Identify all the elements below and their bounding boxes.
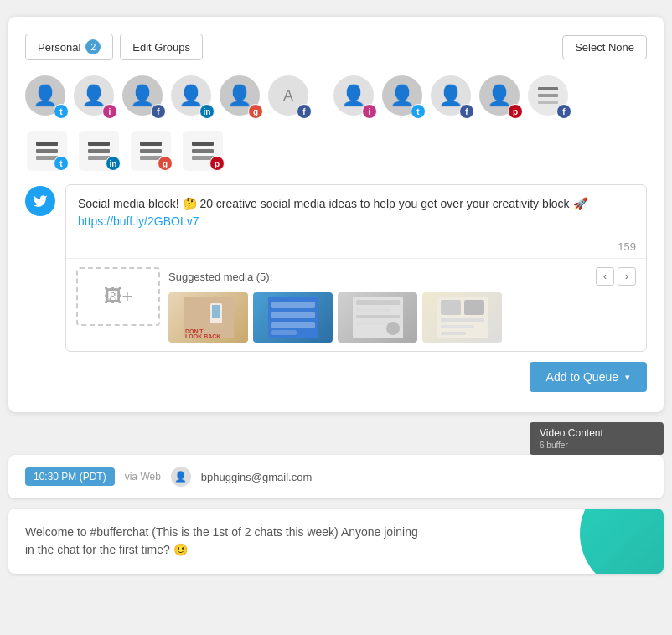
media-section: 🖼+ Suggested media (5): ‹ › xyxy=(66,258,646,351)
pinterest-badge-10: p xyxy=(508,104,523,119)
svg-rect-21 xyxy=(271,302,315,308)
media-upload-button[interactable]: 🖼+ xyxy=(76,267,160,326)
compose-text[interactable]: Social media block! 🤔 20 creative social… xyxy=(66,185,646,240)
avatar-row: 👤 t 👤 i 👤 f 👤 xyxy=(25,75,647,119)
linkedin-badge-stack-2: in xyxy=(106,156,121,171)
edit-groups-button[interactable]: Edit Groups xyxy=(120,34,203,60)
svg-rect-28 xyxy=(356,315,400,318)
media-thumb-4[interactable] xyxy=(422,292,502,343)
instagram-badge-2: i xyxy=(102,104,117,119)
dropdown-arrow-icon: ▾ xyxy=(625,372,630,383)
stack-3[interactable]: g xyxy=(129,131,173,171)
thumb-inner-4 xyxy=(422,292,502,343)
tooltip-wrap: Video Content 6 buffer xyxy=(8,422,664,455)
avatar-4[interactable]: 👤 in xyxy=(171,75,215,119)
svg-rect-1 xyxy=(538,94,558,97)
avatar-11[interactable]: f xyxy=(528,75,571,119)
compose-area: Social media block! 🤔 20 creative social… xyxy=(25,184,647,352)
person-icon-1: 👤 xyxy=(33,84,58,107)
layers-svg-4 xyxy=(192,142,214,160)
edit-groups-label: Edit Groups xyxy=(132,41,190,54)
svg-rect-22 xyxy=(271,312,315,318)
user-avatar: 👤 xyxy=(171,467,191,487)
svg-rect-23 xyxy=(271,322,315,328)
svg-rect-4 xyxy=(36,149,58,153)
stack-1[interactable]: t xyxy=(25,131,69,171)
next-arrow[interactable]: › xyxy=(618,267,636,286)
svg-rect-2 xyxy=(538,101,558,104)
svg-rect-35 xyxy=(441,325,474,328)
video-tooltip-sub: 6 buffer xyxy=(540,441,654,450)
svg-rect-24 xyxy=(271,330,297,335)
twitter-account-icon xyxy=(25,186,55,216)
user-email: bphuggins@gmail.com xyxy=(201,471,312,483)
svg-rect-29 xyxy=(356,322,385,325)
compose-card: Personal 2 Edit Groups Select None 👤 t xyxy=(8,17,664,412)
nav-arrows: ‹ › xyxy=(596,267,636,286)
bottom-card-decoration xyxy=(563,509,664,574)
twitter-badge-1: t xyxy=(54,104,69,119)
media-thumb-2[interactable] xyxy=(253,292,333,343)
compose-link[interactable]: https://buff.ly/2GBOLv7 xyxy=(78,214,199,228)
queue-btn-wrap: Add to Queue ▾ xyxy=(25,352,647,395)
suggested-media: Suggested media (5): ‹ › xyxy=(168,267,636,343)
stack-4[interactable]: p xyxy=(181,131,225,171)
personal-button[interactable]: Personal 2 xyxy=(25,34,113,60)
avatar-1[interactable]: 👤 t xyxy=(25,75,69,119)
thumb-inner-2 xyxy=(253,292,333,343)
avatar-7[interactable]: 👤 i xyxy=(333,75,377,119)
avatar-6[interactable]: A f xyxy=(268,75,312,119)
svg-rect-36 xyxy=(441,332,466,335)
svg-rect-3 xyxy=(36,142,58,146)
twitter-svg xyxy=(33,194,48,209)
layers-svg-3 xyxy=(140,142,162,160)
layers-icon-11 xyxy=(538,87,558,104)
char-count: 159 xyxy=(66,240,646,258)
person-icon-8: 👤 xyxy=(390,84,415,107)
person-icon-10: 👤 xyxy=(487,84,512,107)
thumb-svg-4 xyxy=(437,297,488,338)
svg-rect-33 xyxy=(464,300,484,315)
toolbar-left: Personal 2 Edit Groups xyxy=(25,34,203,60)
media-thumb-1[interactable]: DON'T LOOK BACK xyxy=(168,292,248,343)
toolbar: Personal 2 Edit Groups Select None xyxy=(25,34,647,60)
layers-svg-1 xyxy=(36,142,58,160)
svg-rect-0 xyxy=(538,87,558,90)
select-none-label: Select None xyxy=(575,41,634,54)
bottom-card: Welcome to #bufferchat (This is the 1st … xyxy=(8,509,664,574)
linkedin-badge-4: in xyxy=(199,104,215,119)
svg-rect-12 xyxy=(192,142,214,146)
svg-rect-26 xyxy=(356,300,400,305)
spacer xyxy=(317,75,328,119)
user-avatar-icon: 👤 xyxy=(174,471,187,483)
footer-row: 10:30 PM (PDT) via Web 👤 bphuggins@gmail… xyxy=(8,455,664,498)
select-none-button[interactable]: Select None xyxy=(562,35,647,59)
via-text: via Web xyxy=(125,471,161,483)
thumb-inner-1: DON'T LOOK BACK xyxy=(168,292,248,343)
add-to-queue-button[interactable]: Add to Queue ▾ xyxy=(530,362,647,392)
prev-arrow[interactable]: ‹ xyxy=(596,267,614,286)
person-icon-5: 👤 xyxy=(227,84,252,107)
stack-2[interactable]: in xyxy=(77,131,121,171)
layers-svg-2 xyxy=(88,142,110,160)
suggested-header: Suggested media (5): ‹ › xyxy=(168,267,636,286)
thumb-svg-3 xyxy=(353,297,403,338)
avatar-10[interactable]: 👤 p xyxy=(479,75,523,119)
video-tooltip: Video Content 6 buffer xyxy=(530,422,664,455)
media-thumbs: DON'T LOOK BACK xyxy=(168,292,636,343)
personal-count: 2 xyxy=(85,39,101,54)
avatar-8[interactable]: 👤 t xyxy=(382,75,426,119)
compose-box: Social media block! 🤔 20 creative social… xyxy=(65,184,647,352)
twitter-badge-stack-1: t xyxy=(54,156,69,171)
person-icon-2: 👤 xyxy=(81,84,106,107)
facebook-badge-3: f xyxy=(151,104,166,119)
media-thumb-3[interactable] xyxy=(338,292,417,343)
instagram-badge-7: i xyxy=(362,104,377,119)
avatar-2[interactable]: 👤 i xyxy=(74,75,117,119)
avatar-3[interactable]: 👤 f xyxy=(122,75,166,119)
personal-label: Personal xyxy=(38,41,80,54)
avatar-5[interactable]: 👤 g xyxy=(220,75,263,119)
google-badge-stack-3: g xyxy=(158,156,173,171)
avatar-9[interactable]: 👤 f xyxy=(431,75,474,119)
svg-rect-6 xyxy=(88,142,110,146)
